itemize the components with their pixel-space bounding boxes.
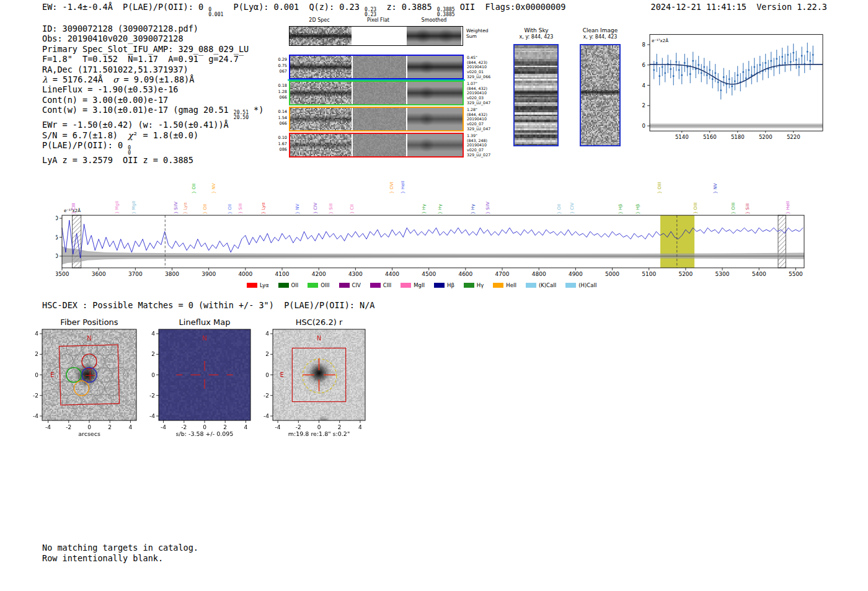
x-tick-label: 5400 — [752, 271, 766, 277]
x-tick-label: 5100 — [642, 271, 656, 277]
emission-line-label: } Hγ — [471, 204, 476, 214]
data-point — [809, 60, 811, 62]
y-tick-label: 5 — [56, 234, 58, 241]
data-point — [795, 59, 797, 61]
x-tick-label: 5500 — [789, 271, 803, 277]
legend-label: (H)CaII — [578, 282, 596, 288]
legend-item: OIII — [308, 282, 329, 288]
emission-line-label: } OII — [228, 204, 232, 214]
y-tick-label: 4 — [35, 331, 38, 337]
x-tick-label: -2 — [66, 424, 71, 430]
emission-line-label: } MgII — [115, 201, 120, 214]
emission-line-label: } SiII — [745, 203, 750, 214]
emission-line-label: } Hβ — [636, 204, 640, 214]
with-sky-image — [513, 44, 559, 146]
data-point — [714, 72, 716, 74]
x-tick-label: 2 — [108, 424, 112, 430]
legend-swatch — [278, 283, 289, 288]
plot-frame — [159, 329, 250, 420]
cutout-2dspec-image — [290, 56, 352, 78]
data-point — [776, 58, 777, 60]
panel-lineflux-overlay: -4-4-2-2002244N — [138, 324, 269, 443]
x-tick-label: -2 — [296, 424, 301, 430]
x-tick-label: 0 — [203, 424, 206, 430]
legend-label: HeII — [506, 282, 516, 288]
flux-units-annotation: e⁻¹⁷x2Å — [64, 208, 81, 213]
data-point — [784, 62, 786, 64]
x-tick-label: 2 — [338, 424, 342, 430]
elixer-report-page: EW: -1.4±-0.4Å P(LAE)/P(OII): 0 00.001 P… — [0, 0, 868, 591]
fiber-circle — [82, 340, 97, 355]
footer-line: Row intentionally blank. — [42, 553, 198, 564]
fiber-circle — [97, 394, 112, 409]
weighted-sum-row — [289, 26, 463, 46]
data-point — [664, 72, 666, 74]
compass-north-label: N — [87, 335, 91, 342]
data-point — [728, 78, 730, 80]
cutout-row-annotations: 1.39"(843, 248)20190410v020_07329_LU_027 — [467, 133, 490, 158]
x-tick-label: -4 — [45, 424, 51, 430]
data-point — [753, 66, 755, 68]
detection-info-block: ID: 3090072128 (3090072128.pdf)Obs: 2019… — [42, 24, 264, 165]
emission-line-label: } OIII — [731, 203, 736, 214]
flux-units-annotation: e⁻¹⁷x2Å — [652, 38, 668, 43]
emission-line-label: } HeII — [786, 202, 790, 214]
plot-frame — [42, 329, 136, 420]
panel-hsc-overlay: -4-4-2-2002244NE — [252, 324, 384, 443]
text-segment: ² = 1.8(±0.0) — [133, 130, 198, 140]
data-point — [792, 52, 794, 54]
catalog-box — [292, 348, 345, 401]
cutouts-panel: 2D SpecPixel FlatSmoothedWeightedSum0.29… — [273, 17, 499, 163]
info-line: Primary Spec_Slot_IFU_AMP: 329_088_029_L… — [42, 44, 264, 54]
emission-line-label: } Lyα — [261, 202, 266, 214]
emission-line-label: } OVI — [389, 182, 394, 193]
aperture-circle — [303, 359, 337, 393]
x-tick-label: 0 — [87, 424, 91, 430]
emission-line-label: } NV — [295, 203, 300, 214]
header-summary-line: EW: -1.4±-0.4Å P(LAE)/P(OII): 0 00.001 P… — [42, 2, 565, 17]
data-point — [807, 51, 808, 53]
emission-line-label: } NV — [713, 183, 718, 193]
data-point — [731, 86, 733, 87]
cutout-smoothed-image — [407, 134, 463, 156]
info-line: Cont(n) = 3.00(±0.00)e-17 — [42, 95, 264, 105]
emission-line-label: } Lyα — [183, 202, 188, 214]
emission-line-label: } SiII — [329, 203, 334, 214]
with-sky-panel: With Sky x, y: 844, 423 — [508, 27, 567, 151]
x-tick-label: -4 — [161, 424, 166, 430]
x-tick-label: 4100 — [275, 271, 290, 277]
x-tick-label: 4 — [129, 424, 133, 430]
x-tick-label: 5140 — [675, 134, 689, 140]
data-point — [670, 68, 671, 70]
fiber-circle — [59, 381, 74, 396]
cutout-smoothed-image — [407, 108, 463, 130]
y-tick-label: 0 — [56, 253, 58, 259]
hsc-dex-line: HSC-DEX : Possible Matches = 0 (within +… — [42, 300, 374, 310]
cutout-pixelflat-image — [353, 134, 406, 156]
cutout-2dspec-image — [290, 134, 352, 156]
emission-line-label: } OII — [557, 204, 562, 214]
selected-fiber-circle — [66, 368, 81, 383]
y-tick-label: -2 — [33, 393, 38, 399]
legend-item: HeII — [493, 282, 516, 288]
x-tick-label: 4500 — [422, 271, 436, 277]
clean-image-panel: Clean Image x, y: 844, 423 — [574, 27, 630, 151]
weighted-2dspec-image — [290, 27, 352, 45]
data-point — [770, 60, 772, 62]
compass-east-label: E — [50, 371, 54, 378]
x-tick-label: 2 — [223, 424, 227, 430]
info-line: RA,Dec (171.501022,51.371937) — [42, 64, 264, 74]
y-tick-label: -2 — [149, 393, 155, 399]
cutout-2dspec-image — [290, 108, 352, 130]
y-tick-label: 2 — [642, 102, 645, 109]
with-sky-title: With Sky — [508, 27, 564, 33]
cutout-row-left-labels: 0.181.28066 — [273, 83, 287, 101]
x-tick-label: 4 — [244, 424, 248, 430]
x-tick-label: 4900 — [569, 271, 583, 277]
with-sky-coords: x, y: 844, 423 — [508, 34, 564, 40]
compass-east-label: E — [280, 371, 284, 378]
x-tick-label: -2 — [181, 424, 187, 430]
y-tick-label: 2 — [35, 351, 38, 357]
y-tick-label: 0 — [642, 123, 645, 129]
info-line: P(LAE)/P(OII): 0 00 — [42, 140, 264, 155]
